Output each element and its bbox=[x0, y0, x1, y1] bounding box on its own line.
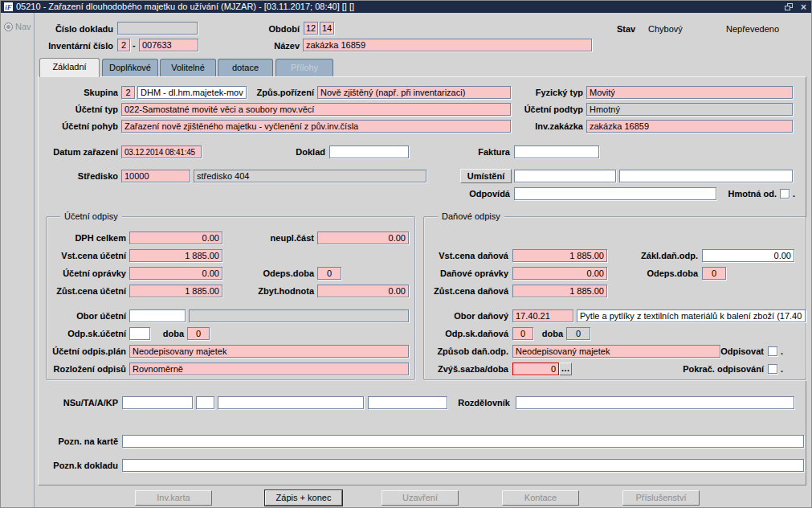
odpisovat-suffix: . bbox=[781, 345, 783, 358]
obor-danovy-label: Obor daňový bbox=[422, 309, 508, 322]
titlebar: iF 05210 - Zařazení dlouhodobého majetku… bbox=[1, 1, 812, 13]
zust-cena-ucetni-label: Zůst.cena účetní bbox=[36, 285, 126, 297]
ucetni-podtyp-label: Účetní podtyp bbox=[513, 103, 583, 116]
pokrac-odpisovani-checkbox[interactable] bbox=[768, 364, 777, 374]
stredisko-name-field[interactable] bbox=[194, 170, 426, 182]
ucetni-odpis-plan-label: Účetní odpis.plán bbox=[36, 345, 126, 358]
skupina-label: Skupina bbox=[49, 86, 118, 99]
tab-zakladni[interactable]: Základní bbox=[39, 58, 100, 77]
odpisovat-checkbox[interactable] bbox=[768, 346, 777, 356]
datum-zarazeni-field[interactable] bbox=[121, 145, 202, 158]
obor-ucetni-label: Obor účetní bbox=[36, 309, 126, 322]
kontace-button[interactable]: Kontace bbox=[502, 490, 579, 506]
obor-ucetni-code-field[interactable] bbox=[129, 309, 186, 322]
inventarni-cislo-prefix-field[interactable] bbox=[117, 39, 130, 51]
ucetni-odpisy-title: Účetní odpisy bbox=[60, 211, 122, 222]
skupina-name-field[interactable] bbox=[137, 86, 247, 99]
inventarni-cislo-field[interactable] bbox=[139, 39, 198, 51]
cislo-dokladu-field[interactable] bbox=[117, 22, 198, 35]
nsu-field-1[interactable] bbox=[122, 396, 193, 409]
rozlozeni-odpisu-field[interactable] bbox=[129, 363, 409, 375]
doba-ucetni-field[interactable] bbox=[187, 327, 210, 340]
cislo-dokladu-label: Číslo dokladu bbox=[25, 23, 113, 35]
uzavreni-button[interactable]: Uzavření bbox=[382, 490, 459, 506]
obor-danovy-name-field[interactable] bbox=[577, 309, 806, 322]
stav-label: Stav bbox=[617, 23, 646, 35]
doklad-label: Doklad bbox=[277, 145, 325, 158]
nsu-field-2[interactable] bbox=[196, 396, 214, 409]
datum-zarazeni-label: Datum zařazení bbox=[39, 145, 118, 158]
nsu-label: NSu/TA/A/KP bbox=[39, 396, 118, 409]
zvys-sazba-picker-button[interactable]: … bbox=[559, 363, 572, 375]
pokrac-odpisovani-label: Pokrač. odpisování bbox=[672, 363, 764, 375]
zvys-sazba-field[interactable] bbox=[512, 363, 559, 375]
vst-cena-danova-field[interactable] bbox=[512, 249, 607, 262]
faktura-field[interactable] bbox=[514, 145, 599, 158]
hmotna-od-checkbox[interactable] bbox=[780, 189, 790, 199]
obdobi-month-field[interactable] bbox=[304, 22, 318, 35]
ucetni-typ-field[interactable] bbox=[121, 103, 511, 116]
pokrac-odpisovani-suffix: . bbox=[781, 363, 783, 375]
tab-volitelne[interactable]: Volitelné bbox=[160, 59, 216, 76]
pozn-karta-field[interactable] bbox=[122, 435, 804, 448]
inv-zakazka-label: Inv.zakázka bbox=[513, 120, 583, 133]
skupina-code-field[interactable] bbox=[121, 86, 135, 99]
zbyt-hodnota-label: Zbyt.hodnota bbox=[248, 285, 314, 297]
vst-cena-ucetni-field[interactable] bbox=[129, 249, 222, 262]
ucetni-odpis-plan-field[interactable] bbox=[129, 345, 409, 358]
odp-sk-ucetni-label: Odp.sk.účetní bbox=[36, 327, 126, 340]
inv-zakazka-field[interactable] bbox=[586, 120, 793, 133]
fyzicky-typ-field[interactable] bbox=[586, 86, 793, 99]
prislusenstvi-button[interactable]: Příslušenství bbox=[622, 490, 700, 506]
app-window: iF 05210 - Zařazení dlouhodobého majetku… bbox=[0, 0, 812, 508]
neupl-cast-field[interactable] bbox=[317, 231, 409, 244]
nsu-field-4[interactable] bbox=[368, 396, 447, 409]
rozdelovnik-field[interactable] bbox=[516, 396, 794, 409]
inv-karta-button[interactable]: Inv.karta bbox=[135, 490, 212, 506]
odeps-doba-danova-field[interactable] bbox=[702, 267, 726, 280]
obdobi-year-field[interactable] bbox=[320, 22, 334, 35]
zust-cena-danova-field[interactable] bbox=[512, 285, 607, 297]
nazev-field[interactable] bbox=[303, 39, 592, 51]
stredisko-code-field[interactable] bbox=[121, 170, 190, 182]
ucetni-opravky-field[interactable] bbox=[129, 267, 222, 280]
nsu-field-3[interactable] bbox=[218, 396, 364, 409]
danove-opravky-field[interactable] bbox=[512, 267, 607, 280]
fyzicky-typ-label: Fyzický typ bbox=[513, 86, 583, 99]
inventarni-cislo-separator: - bbox=[133, 39, 136, 51]
zpusob-dan-odp-field[interactable] bbox=[512, 345, 720, 358]
tab-prilohy[interactable]: Přílohy bbox=[275, 59, 333, 76]
obor-danovy-code-field[interactable] bbox=[512, 309, 573, 322]
restore-window-icon[interactable] bbox=[782, 2, 794, 12]
zust-cena-ucetni-field[interactable] bbox=[129, 285, 222, 297]
zpus-porizeni-field[interactable] bbox=[317, 86, 511, 99]
danove-odpisy-title: Daňové odpisy bbox=[438, 211, 504, 222]
odeps-doba-danova-label: Odeps.doba bbox=[632, 267, 698, 280]
ucetni-pohyb-label: Účetní pohyb bbox=[49, 120, 118, 133]
tab-dotace[interactable]: dotace bbox=[218, 59, 273, 76]
pozn-doklad-field[interactable] bbox=[122, 459, 804, 472]
hmotna-od-suffix: . bbox=[793, 187, 795, 200]
odeps-doba-ucetni-field[interactable] bbox=[317, 267, 341, 280]
nazev-label: Název bbox=[243, 39, 300, 52]
obor-ucetni-name-field[interactable] bbox=[189, 309, 409, 322]
odp-sk-ucetni-field[interactable] bbox=[129, 327, 150, 340]
zakl-dan-odp-label: Zákl.daň.odp. bbox=[632, 249, 698, 262]
zbyt-hodnota-field[interactable] bbox=[317, 285, 409, 297]
umisteni-field-2[interactable] bbox=[619, 170, 793, 182]
dph-celkem-field[interactable] bbox=[129, 231, 222, 244]
close-icon[interactable]: × bbox=[798, 2, 810, 12]
ucetni-pohyb-field[interactable] bbox=[121, 120, 511, 133]
doba-danova-field[interactable] bbox=[566, 327, 590, 340]
umisteni-field-1[interactable] bbox=[514, 170, 616, 182]
danove-opravky-label: Daňové oprávky bbox=[422, 267, 508, 280]
tab-doplnkove[interactable]: Doplňkové bbox=[102, 59, 158, 76]
zapis-konec-button[interactable]: Zápis + konec bbox=[265, 490, 342, 506]
odp-sk-danova-field[interactable] bbox=[512, 327, 533, 340]
umisteni-button[interactable]: Umístění bbox=[460, 169, 512, 183]
pozn-karta-label: Pozn. na kartě bbox=[39, 435, 118, 448]
doklad-field[interactable] bbox=[329, 145, 409, 158]
zakl-dan-odp-field[interactable] bbox=[702, 249, 794, 262]
ucetni-podtyp-field[interactable] bbox=[586, 103, 793, 116]
odpovida-field[interactable] bbox=[514, 187, 716, 200]
